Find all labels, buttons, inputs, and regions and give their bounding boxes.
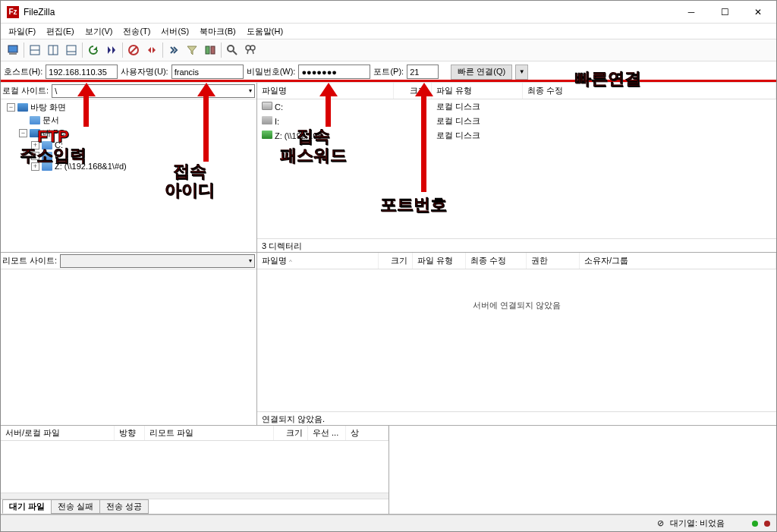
list-row[interactable]: C: 로컬 디스크 (257, 99, 776, 114)
local-tree-pane: 로컬 사이트: \ ▾ −바탕 화면 문서 −내 PC +C: +I: +Z: … (1, 83, 257, 252)
local-list-header: 파일명 크기 파일 유형 최종 수정 (257, 83, 776, 99)
svg-line-9 (131, 47, 137, 53)
toolbar (1, 39, 776, 61)
tab-queued[interactable]: 대기 파일 (2, 499, 52, 514)
list-row[interactable]: I: 로컬 디스크 (257, 114, 776, 128)
tree-item-desktop[interactable]: −바탕 화면 (2, 101, 255, 114)
svg-rect-6 (67, 46, 76, 55)
svg-rect-1 (9, 53, 17, 55)
pass-input[interactable] (298, 65, 370, 79)
local-list-body[interactable]: C: 로컬 디스크 I: 로컬 디스크 Z: (\\192.168 로컬 디스크 (257, 99, 776, 238)
activity-led-send (764, 521, 770, 527)
host-label: 호스트(H): (4, 66, 42, 77)
qcol-file[interactable]: 서버/로컬 파일 (1, 426, 115, 440)
toggle-queue-button[interactable] (62, 41, 80, 59)
rcol-owner[interactable]: 소유자/그룹 (580, 253, 776, 269)
titlebar: Fz FileZilla ─ ☐ ✕ (1, 1, 776, 24)
rcol-size[interactable]: 크기 (379, 253, 413, 269)
toggle-log-button[interactable] (26, 41, 44, 59)
menu-bookmarks[interactable]: 북마크(B) (195, 24, 241, 39)
filter-button[interactable] (183, 41, 201, 59)
tree-item-c[interactable]: +C: (2, 140, 255, 150)
rcol-perm[interactable]: 권한 (527, 253, 580, 269)
col-modified[interactable]: 최종 수정 (523, 83, 776, 99)
sync-browse-button[interactable] (223, 41, 241, 59)
toggle-tree-button[interactable] (44, 41, 62, 59)
svg-rect-11 (211, 46, 215, 54)
qcol-dir[interactable]: 방향 (115, 426, 145, 440)
tree-item-i[interactable]: +I: (2, 150, 255, 161)
close-button[interactable]: ✕ (741, 2, 775, 23)
tree-item-documents[interactable]: 문서 (2, 114, 255, 127)
local-site-combo[interactable]: \ ▾ (52, 84, 255, 98)
qcol-remote[interactable]: 리모트 파일 (145, 426, 274, 440)
qcol-prio[interactable]: 우선 ... (308, 426, 346, 440)
rcol-name[interactable]: 파일명 ^ (257, 253, 379, 269)
remote-list-header: 파일명 ^ 크기 파일 유형 최종 수정 권한 소유자/그룹 (257, 253, 776, 269)
tree-item-z[interactable]: +Z: (\\192.168&1\#d) (2, 161, 255, 172)
network-drive-icon (262, 131, 272, 139)
col-type[interactable]: 파일 유형 (432, 83, 523, 99)
queue-scrollbar[interactable] (1, 493, 388, 499)
drive-icon (262, 102, 272, 110)
remote-site-combo[interactable]: ▾ (60, 254, 255, 268)
menu-transfer[interactable]: 전송(T) (118, 24, 155, 39)
maximize-button[interactable]: ☐ (708, 2, 741, 23)
qcol-size[interactable]: 크기 (274, 426, 308, 440)
cancel-button[interactable] (124, 41, 143, 59)
local-tree[interactable]: −바탕 화면 문서 −내 PC +C: +I: +Z: (\\192.168&1… (1, 99, 256, 252)
refresh-button[interactable] (84, 41, 102, 59)
compare-button[interactable] (201, 41, 219, 59)
drive-icon (262, 116, 272, 124)
port-input[interactable] (407, 65, 439, 79)
menubar: 파일(F) 편집(E) 보기(V) 전송(T) 서버(S) 북마크(B) 도움말… (1, 24, 776, 39)
queue-status-text: 대기열: 비었음 (670, 518, 725, 529)
host-input[interactable] (46, 65, 118, 79)
process-queue-button[interactable] (102, 41, 121, 59)
col-size[interactable]: 크기 (394, 83, 432, 99)
pass-label: 비밀번호(W): (247, 66, 296, 77)
local-dir-status: 3 디렉터리 (257, 238, 776, 252)
rcol-modified[interactable]: 최종 수정 (466, 253, 527, 269)
quickconnect-button[interactable]: 빠른 연결(Q) (451, 65, 512, 80)
svg-line-13 (233, 51, 237, 55)
user-input[interactable] (171, 65, 244, 79)
qcol-stat[interactable]: 상 (346, 426, 388, 440)
svg-point-12 (228, 46, 234, 52)
sitemanager-button[interactable] (4, 41, 22, 59)
tree-item-mypc[interactable]: −내 PC (2, 127, 255, 140)
svg-rect-0 (8, 46, 17, 52)
menu-edit[interactable]: 편집(E) (42, 24, 79, 39)
local-site-value: \ (55, 87, 57, 96)
tab-failed[interactable]: 전송 실패 (51, 499, 100, 514)
queue-body[interactable] (1, 441, 388, 493)
svg-point-15 (250, 46, 255, 50)
remote-tree[interactable] (1, 269, 256, 425)
menu-help[interactable]: 도움말(H) (242, 24, 288, 39)
user-label: 사용자명(U): (121, 66, 168, 77)
list-row[interactable]: Z: (\\192.168 로컬 디스크 (257, 128, 776, 143)
menu-file[interactable]: 파일(F) (4, 24, 40, 39)
menu-view[interactable]: 보기(V) (80, 24, 118, 39)
col-name[interactable]: 파일명 (257, 83, 394, 99)
minimize-button[interactable]: ─ (675, 2, 708, 23)
local-list-pane: 파일명 크기 파일 유형 최종 수정 C: 로컬 디스크 I: 로컬 디스크 Z… (257, 83, 776, 252)
statusbar: ⊘ 대기열: 비었음 (1, 515, 776, 531)
tab-success[interactable]: 전송 성공 (99, 499, 149, 514)
rcol-type[interactable]: 파일 유형 (413, 253, 466, 269)
queue-status-icon: ⊘ (657, 518, 664, 528)
port-label: 포트(P): (373, 66, 404, 77)
search-button[interactable] (241, 41, 260, 59)
quickconnect-bar: 호스트(H): 사용자명(U): 비밀번호(W): 포트(P): 빠른 연결(Q… (1, 61, 776, 83)
quickconnect-dropdown[interactable]: ▼ (515, 65, 528, 80)
reconnect-button[interactable] (165, 41, 183, 59)
remote-not-connected: 서버에 연결되지 않았음 (257, 269, 776, 411)
queue-pane: 서버/로컬 파일 방향 리모트 파일 크기 우선 ... 상 대기 파일 전송 … (1, 426, 389, 514)
remote-site-label: 리모트 사이트: (2, 255, 57, 266)
disconnect-button[interactable] (143, 41, 161, 59)
menu-server[interactable]: 서버(S) (156, 24, 193, 39)
remote-status: 연결되지 않았음. (257, 411, 776, 425)
log-pane[interactable] (389, 426, 776, 514)
window-title: FileZilla (24, 7, 675, 17)
svg-rect-10 (206, 46, 209, 54)
